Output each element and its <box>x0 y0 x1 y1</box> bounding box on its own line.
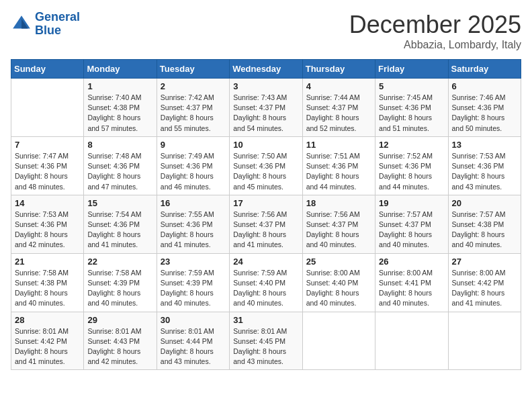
calendar-cell: 17Sunrise: 7:56 AM Sunset: 4:37 PM Dayli… <box>230 195 302 253</box>
calendar-week-2: 7Sunrise: 7:47 AM Sunset: 4:36 PM Daylig… <box>11 136 521 195</box>
column-header-thursday: Thursday <box>302 60 375 79</box>
day-number: 19 <box>379 198 444 208</box>
calendar-cell: 25Sunrise: 8:00 AM Sunset: 4:40 PM Dayli… <box>302 253 375 312</box>
calendar-body: 1Sunrise: 7:40 AM Sunset: 4:38 PM Daylig… <box>11 79 521 370</box>
calendar-cell: 31Sunrise: 8:01 AM Sunset: 4:45 PM Dayli… <box>230 312 302 370</box>
day-number: 27 <box>452 257 517 267</box>
calendar-cell: 18Sunrise: 7:56 AM Sunset: 4:37 PM Dayli… <box>302 195 375 253</box>
page-header: GeneralBlue December 2025 Abbazia, Lomba… <box>11 11 521 51</box>
calendar-cell: 19Sunrise: 7:57 AM Sunset: 4:37 PM Dayli… <box>375 195 448 253</box>
day-info: Sunrise: 7:56 AM Sunset: 4:37 PM Dayligh… <box>233 210 298 250</box>
day-info: Sunrise: 7:45 AM Sunset: 4:36 PM Dayligh… <box>379 93 444 134</box>
day-number: 6 <box>452 81 517 91</box>
day-info: Sunrise: 8:01 AM Sunset: 4:42 PM Dayligh… <box>15 326 80 367</box>
day-number: 1 <box>87 81 152 91</box>
day-info: Sunrise: 8:01 AM Sunset: 4:44 PM Dayligh… <box>161 326 226 367</box>
calendar-cell: 2Sunrise: 7:42 AM Sunset: 4:37 PM Daylig… <box>157 79 229 137</box>
column-header-tuesday: Tuesday <box>157 60 229 79</box>
calendar-cell: 4Sunrise: 7:44 AM Sunset: 4:37 PM Daylig… <box>302 79 375 137</box>
column-header-monday: Monday <box>84 60 157 79</box>
calendar-week-3: 14Sunrise: 7:53 AM Sunset: 4:36 PM Dayli… <box>11 195 521 253</box>
day-number: 23 <box>161 257 226 267</box>
day-info: Sunrise: 8:01 AM Sunset: 4:43 PM Dayligh… <box>87 326 152 367</box>
day-info: Sunrise: 8:01 AM Sunset: 4:45 PM Dayligh… <box>233 326 298 367</box>
calendar-cell <box>11 79 84 137</box>
calendar-cell: 26Sunrise: 8:00 AM Sunset: 4:41 PM Dayli… <box>375 253 448 312</box>
day-number: 24 <box>233 257 298 267</box>
calendar-cell: 24Sunrise: 7:59 AM Sunset: 4:40 PM Dayli… <box>230 253 302 312</box>
day-number: 31 <box>233 315 298 325</box>
calendar-cell: 10Sunrise: 7:50 AM Sunset: 4:36 PM Dayli… <box>230 136 302 195</box>
day-info: Sunrise: 7:54 AM Sunset: 4:36 PM Dayligh… <box>87 210 152 250</box>
calendar-cell: 6Sunrise: 7:46 AM Sunset: 4:36 PM Daylig… <box>448 79 521 137</box>
calendar-cell: 11Sunrise: 7:51 AM Sunset: 4:36 PM Dayli… <box>302 136 375 195</box>
day-info: Sunrise: 7:58 AM Sunset: 4:39 PM Dayligh… <box>87 268 152 309</box>
day-info: Sunrise: 7:59 AM Sunset: 4:39 PM Dayligh… <box>161 268 226 309</box>
calendar-cell: 16Sunrise: 7:55 AM Sunset: 4:36 PM Dayli… <box>157 195 229 253</box>
day-number: 3 <box>233 81 298 91</box>
calendar-cell: 20Sunrise: 7:57 AM Sunset: 4:38 PM Dayli… <box>448 195 521 253</box>
calendar-cell: 13Sunrise: 7:53 AM Sunset: 4:36 PM Dayli… <box>448 136 521 195</box>
day-info: Sunrise: 7:44 AM Sunset: 4:37 PM Dayligh… <box>306 93 371 134</box>
calendar-week-1: 1Sunrise: 7:40 AM Sunset: 4:38 PM Daylig… <box>11 79 521 137</box>
day-number: 2 <box>161 81 226 91</box>
day-number: 7 <box>15 140 80 150</box>
column-header-wednesday: Wednesday <box>230 60 302 79</box>
day-info: Sunrise: 7:53 AM Sunset: 4:36 PM Dayligh… <box>15 210 80 250</box>
day-info: Sunrise: 7:58 AM Sunset: 4:38 PM Dayligh… <box>15 268 80 309</box>
day-info: Sunrise: 7:40 AM Sunset: 4:38 PM Dayligh… <box>87 93 152 134</box>
calendar-cell: 23Sunrise: 7:59 AM Sunset: 4:39 PM Dayli… <box>157 253 229 312</box>
day-info: Sunrise: 7:53 AM Sunset: 4:36 PM Dayligh… <box>452 151 517 192</box>
calendar-cell <box>302 312 375 370</box>
day-number: 17 <box>233 198 298 208</box>
calendar-cell: 14Sunrise: 7:53 AM Sunset: 4:36 PM Dayli… <box>11 195 84 253</box>
day-info: Sunrise: 7:47 AM Sunset: 4:36 PM Dayligh… <box>15 151 80 192</box>
month-title: December 2025 <box>349 11 521 39</box>
day-info: Sunrise: 7:57 AM Sunset: 4:38 PM Dayligh… <box>452 210 517 250</box>
logo-text: GeneralBlue <box>35 11 80 38</box>
day-number: 16 <box>161 198 226 208</box>
calendar-cell: 22Sunrise: 7:58 AM Sunset: 4:39 PM Dayli… <box>84 253 157 312</box>
day-info: Sunrise: 8:00 AM Sunset: 4:40 PM Dayligh… <box>306 268 371 309</box>
calendar-cell: 5Sunrise: 7:45 AM Sunset: 4:36 PM Daylig… <box>375 79 448 137</box>
day-info: Sunrise: 7:43 AM Sunset: 4:37 PM Dayligh… <box>233 93 298 134</box>
calendar-cell: 9Sunrise: 7:49 AM Sunset: 4:36 PM Daylig… <box>157 136 229 195</box>
day-number: 5 <box>379 81 444 91</box>
day-number: 18 <box>306 198 371 208</box>
calendar-cell: 15Sunrise: 7:54 AM Sunset: 4:36 PM Dayli… <box>84 195 157 253</box>
day-number: 14 <box>15 198 80 208</box>
calendar-cell: 3Sunrise: 7:43 AM Sunset: 4:37 PM Daylig… <box>230 79 302 137</box>
day-info: Sunrise: 7:55 AM Sunset: 4:36 PM Dayligh… <box>161 210 226 250</box>
day-info: Sunrise: 7:42 AM Sunset: 4:37 PM Dayligh… <box>161 93 226 134</box>
column-header-sunday: Sunday <box>11 60 84 79</box>
day-number: 10 <box>233 140 298 150</box>
day-info: Sunrise: 7:59 AM Sunset: 4:40 PM Dayligh… <box>233 268 298 309</box>
title-section: December 2025 Abbazia, Lombardy, Italy <box>349 11 521 51</box>
day-number: 30 <box>161 315 226 325</box>
day-info: Sunrise: 7:46 AM Sunset: 4:36 PM Dayligh… <box>452 93 517 134</box>
day-number: 25 <box>306 257 371 267</box>
calendar-cell: 29Sunrise: 8:01 AM Sunset: 4:43 PM Dayli… <box>84 312 157 370</box>
calendar-cell: 28Sunrise: 8:01 AM Sunset: 4:42 PM Dayli… <box>11 312 84 370</box>
day-number: 20 <box>452 198 517 208</box>
day-number: 26 <box>379 257 444 267</box>
day-number: 13 <box>452 140 517 150</box>
day-info: Sunrise: 8:00 AM Sunset: 4:41 PM Dayligh… <box>379 268 444 309</box>
location-subtitle: Abbazia, Lombardy, Italy <box>349 39 521 51</box>
day-number: 29 <box>87 315 152 325</box>
day-number: 12 <box>379 140 444 150</box>
day-number: 9 <box>161 140 226 150</box>
svg-marker-1 <box>21 19 28 28</box>
logo-icon <box>11 13 32 35</box>
day-info: Sunrise: 7:56 AM Sunset: 4:37 PM Dayligh… <box>306 210 371 250</box>
day-info: Sunrise: 8:00 AM Sunset: 4:42 PM Dayligh… <box>452 268 517 309</box>
calendar-cell: 12Sunrise: 7:52 AM Sunset: 4:36 PM Dayli… <box>375 136 448 195</box>
calendar-cell: 30Sunrise: 8:01 AM Sunset: 4:44 PM Dayli… <box>157 312 229 370</box>
calendar-cell <box>375 312 448 370</box>
day-number: 4 <box>306 81 371 91</box>
calendar-week-4: 21Sunrise: 7:58 AM Sunset: 4:38 PM Dayli… <box>11 253 521 312</box>
calendar-header-row: SundayMondayTuesdayWednesdayThursdayFrid… <box>11 60 521 79</box>
day-number: 15 <box>87 198 152 208</box>
calendar-table: SundayMondayTuesdayWednesdayThursdayFrid… <box>11 59 521 370</box>
day-number: 22 <box>87 257 152 267</box>
